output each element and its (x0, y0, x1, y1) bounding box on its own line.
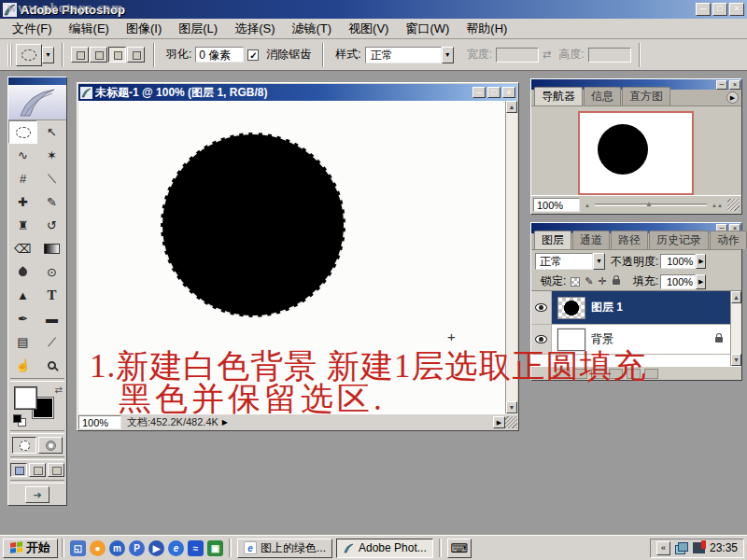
tool-move[interactable]: ↖ (37, 120, 66, 144)
navigator-menu-button[interactable]: ▶ (726, 91, 739, 104)
list-scroll-down[interactable]: ▼ (731, 354, 741, 366)
layer-list-scrollbar[interactable]: ▲ ▼ (730, 291, 741, 366)
zoom-percentage-field[interactable]: 100% (78, 415, 121, 429)
navigator-close-button[interactable]: × (729, 80, 740, 90)
tool-brush[interactable]: ✎ (37, 190, 66, 214)
tool-preset-dropdown-arrow[interactable]: ▼ (42, 47, 54, 63)
quick-launch-icon-2[interactable]: ● (90, 540, 106, 556)
tab-history[interactable]: 历史记录 (649, 231, 709, 249)
selection-subtract-button[interactable] (108, 47, 126, 63)
task-button-photoshop[interactable]: Adobe Phot... (336, 539, 433, 558)
list-scroll-up[interactable]: ▲ (731, 291, 741, 303)
tool-elliptical-marquee[interactable] (8, 120, 37, 144)
zoom-in-icon[interactable]: ▲▲ (712, 203, 723, 208)
tab-histogram[interactable]: 直方图 (622, 87, 670, 105)
slider-thumb[interactable]: ▲ (645, 200, 653, 208)
start-button[interactable]: 开始 (3, 539, 58, 558)
layer-row-layer1[interactable]: 图层 1 (531, 291, 730, 325)
doc-maximize-button[interactable]: □ (487, 87, 500, 98)
selection-intersect-button[interactable] (127, 47, 145, 63)
tool-clone-stamp[interactable]: ♜ (8, 214, 37, 237)
height-input[interactable] (588, 48, 631, 63)
blend-mode-select[interactable]: 正常 (535, 253, 593, 270)
swap-dimensions-icon[interactable]: ⇄ (543, 49, 551, 61)
quick-launch-icon-3[interactable]: m (109, 540, 125, 556)
task-button-browser[interactable]: e 图上的绿色... (237, 539, 332, 558)
doc-close-button[interactable]: × (502, 87, 515, 98)
standard-mode-button[interactable] (12, 437, 36, 454)
scroll-up-button[interactable]: ▲ (506, 101, 517, 113)
tool-gradient[interactable] (37, 237, 66, 260)
tab-actions[interactable]: 动作 (710, 231, 747, 249)
quick-launch-icon-8[interactable]: ▣ (207, 540, 223, 556)
navigator-preview[interactable] (578, 111, 694, 195)
antialias-checkbox[interactable]: ✓ (247, 49, 259, 61)
menu-help[interactable]: 帮助(H) (458, 19, 515, 38)
tool-pen[interactable]: ✒ (8, 307, 37, 330)
tool-type[interactable]: T (37, 284, 66, 307)
tray-collapse-button[interactable]: « (656, 541, 670, 555)
tool-crop[interactable]: # (8, 167, 37, 190)
style-select-value[interactable]: 正常 (365, 47, 442, 63)
tab-channels[interactable]: 通道 (572, 231, 610, 249)
network-tray-icon[interactable] (675, 542, 688, 553)
tab-info[interactable]: 信息 (584, 87, 621, 105)
quick-launch-icon-1[interactable]: ◱ (70, 540, 86, 556)
toolbox-dragbar[interactable] (8, 77, 66, 85)
default-colors-icon[interactable] (13, 414, 26, 427)
quick-launch-icon-6[interactable]: e (168, 540, 184, 556)
menu-file[interactable]: 文件(F) (4, 19, 61, 38)
fill-arrow[interactable]: ▶ (696, 274, 706, 289)
menu-window[interactable]: 窗口(W) (397, 19, 458, 38)
layer1-thumbnail[interactable] (557, 297, 585, 319)
tool-dodge[interactable]: ⊙ (37, 260, 66, 284)
blend-mode-arrow[interactable]: ▼ (593, 253, 605, 270)
tool-rectangle[interactable]: ▬ (37, 307, 66, 330)
opacity-field[interactable]: 100% (660, 254, 696, 269)
menu-layer[interactable]: 图层(L) (170, 19, 226, 38)
menu-image[interactable]: 图像(I) (118, 19, 170, 38)
app-maximize-button[interactable]: □ (712, 3, 727, 16)
style-dropdown-arrow[interactable]: ▼ (442, 47, 454, 63)
tool-slice[interactable]: ⟍ (37, 167, 66, 190)
status-right-button[interactable]: ▶ (493, 416, 505, 428)
foreground-color-swatch[interactable] (15, 387, 36, 409)
scroll-down-button[interactable]: ▼ (506, 401, 517, 413)
navigator-resize-grip[interactable] (727, 199, 740, 211)
standard-screen-mode-button[interactable] (10, 463, 27, 477)
selection-add-button[interactable] (90, 47, 107, 63)
jump-to-imageready-button[interactable]: ➔ (25, 486, 49, 503)
navigator-zoom-field[interactable]: 100% (533, 198, 580, 212)
tool-history-brush[interactable]: ↺ (37, 214, 66, 237)
menu-edit[interactable]: 编辑(E) (61, 19, 118, 38)
swap-colors-icon[interactable]: ⇄ (55, 385, 63, 395)
fullscreen-mode-button[interactable] (48, 463, 64, 477)
tab-layers[interactable]: 图层 (534, 231, 571, 249)
selection-new-button[interactable] (71, 47, 89, 63)
feather-input[interactable]: 0 像素 (195, 47, 244, 63)
options-grip[interactable] (7, 44, 12, 66)
tab-navigator[interactable]: 导航器 (534, 87, 583, 105)
lock-paint-icon[interactable]: ✎ (585, 275, 593, 287)
doc-minimize-button[interactable]: ─ (472, 87, 486, 98)
tool-lasso[interactable]: ∿ (8, 144, 37, 167)
lock-all-icon[interactable] (613, 279, 620, 285)
quick-launch-icon-4[interactable]: P (129, 540, 145, 556)
app-close-button[interactable]: × (729, 3, 744, 16)
navigator-minimize-button[interactable]: ─ (716, 80, 727, 90)
tool-magic-wand[interactable]: ✶ (37, 144, 66, 167)
menu-view[interactable]: 视图(V) (340, 19, 397, 38)
resize-grip[interactable] (505, 416, 517, 428)
lock-transparency-icon[interactable] (571, 277, 580, 287)
tool-hand[interactable]: ☝ (8, 354, 37, 377)
tool-blur[interactable] (8, 260, 37, 284)
volume-tray-icon[interactable] (693, 542, 705, 553)
opacity-arrow[interactable]: ▶ (696, 254, 706, 269)
layer-name[interactable]: 图层 1 (591, 300, 623, 315)
tool-path-selection[interactable]: ▲ (8, 284, 37, 307)
width-input[interactable] (496, 48, 539, 63)
lock-position-icon[interactable]: ✛ (599, 275, 607, 287)
menu-filter[interactable]: 滤镜(T) (283, 19, 340, 38)
tool-eyedropper[interactable]: ⟋ (37, 330, 66, 354)
tool-eraser[interactable]: ⌫ (8, 237, 37, 260)
